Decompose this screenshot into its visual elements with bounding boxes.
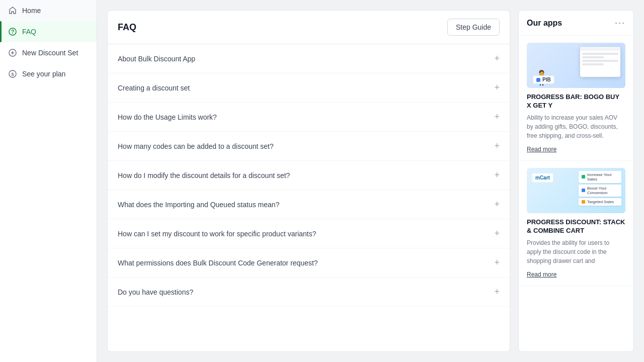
apps-header: Our apps ···	[519, 11, 633, 36]
app-card-desc-1: Ability to increase your sales AOV by ad…	[527, 113, 625, 140]
apps-title: Our apps	[527, 19, 562, 28]
read-more-link-1[interactable]: Read more	[527, 146, 556, 153]
faq-item-text: How many codes can be added to a discoun…	[118, 142, 274, 150]
dollar-circle-icon: $	[8, 69, 17, 78]
faq-item-text: About Bulk Discount App	[118, 55, 195, 63]
faq-item-text: How do I modify the discount details for…	[118, 171, 290, 179]
faq-item-text: How can I set my discount to work for sp…	[118, 230, 316, 238]
sidebar-item-faq-label: FAQ	[22, 28, 36, 36]
svg-text:?: ?	[11, 29, 14, 35]
faq-item-product-variants[interactable]: How can I set my discount to work for sp…	[108, 219, 510, 248]
app-card-multi-discount: mCart Increase Your Sales Boost Your Con…	[519, 161, 633, 286]
main-content: FAQ Step Guide About Bulk Discount App +…	[97, 0, 644, 362]
expand-icon: +	[494, 82, 500, 93]
faq-item-usage-limits[interactable]: How do the Usage Limits work? +	[108, 103, 510, 132]
faq-item-permissions[interactable]: What permissions does Bulk Discount Code…	[108, 248, 510, 278]
faq-item-creating-discount[interactable]: Creating a discount set +	[108, 73, 510, 103]
app2-card-item-3: Targeted Sales	[579, 198, 621, 206]
pib-badge: PIB	[533, 75, 554, 84]
expand-icon: +	[494, 199, 500, 210]
faq-item-modify-discount[interactable]: How do I modify the discount details for…	[108, 161, 510, 190]
sidebar-item-plan-label: See your plan	[22, 70, 65, 78]
app-image-1: 🧍 PIB	[527, 43, 625, 88]
expand-icon: +	[494, 112, 500, 122]
faq-item-text: What permissions does Bulk Discount Code…	[118, 259, 318, 267]
faq-item-text: Creating a discount set	[118, 84, 190, 92]
expand-icon: +	[494, 53, 500, 64]
expand-icon: +	[494, 257, 500, 268]
expand-icon: +	[494, 170, 500, 180]
expand-icon: +	[494, 228, 500, 239]
sidebar-item-see-your-plan[interactable]: $ See your plan	[0, 63, 97, 84]
mcart-logo: mCart	[532, 173, 553, 183]
app-card-desc-2: Provides the ability for users to apply …	[527, 238, 625, 265]
faq-item-importing-queued[interactable]: What does the Importing and Queued statu…	[108, 190, 510, 219]
sidebar-item-faq[interactable]: ? FAQ	[0, 21, 97, 42]
app2-card-item-2: Boost Your Conversion	[579, 185, 621, 197]
faq-item-text: How do the Usage Limits work?	[118, 113, 217, 121]
sidebar-item-new-discount-label: New Discount Set	[22, 49, 78, 57]
faq-icon: ?	[8, 27, 17, 36]
faq-item-text: What does the Importing and Queued statu…	[118, 201, 279, 209]
faq-item-how-many-codes[interactable]: How many codes can be added to a discoun…	[108, 132, 510, 161]
app-card-progress-bar: 🧍 PIB PROGRESS BAR: BOGO BUY X GET Y Abi…	[519, 36, 633, 161]
faq-list: About Bulk Discount App + Creating a dis…	[108, 44, 510, 351]
svg-text:$: $	[11, 72, 14, 77]
faq-item-about-bulk[interactable]: About Bulk Discount App +	[108, 44, 510, 73]
mock-browser-graphic	[580, 47, 620, 77]
app2-card-item-1: Increase Your Sales	[579, 171, 621, 183]
read-more-link-2[interactable]: Read more	[527, 271, 556, 278]
plus-circle-icon	[8, 48, 17, 57]
faq-item-questions[interactable]: Do you have questions? +	[108, 278, 510, 307]
faq-title: FAQ	[118, 22, 136, 33]
faq-item-text: Do you have questions?	[118, 288, 193, 296]
step-guide-button[interactable]: Step Guide	[447, 19, 500, 36]
faq-panel: FAQ Step Guide About Bulk Discount App +…	[107, 10, 510, 352]
home-icon	[8, 6, 17, 15]
apps-panel: Our apps ···	[518, 10, 634, 352]
faq-header: FAQ Step Guide	[108, 11, 510, 44]
apps-menu-button[interactable]: ···	[615, 18, 625, 28]
expand-icon: +	[494, 141, 500, 151]
sidebar: Home ? FAQ New Discount Set $ See you	[0, 0, 97, 362]
app2-card-items: Increase Your Sales Boost Your Conversio…	[579, 171, 621, 206]
app-card-title-1: PROGRESS BAR: BOGO BUY X GET Y	[527, 93, 625, 110]
sidebar-item-home-label: Home	[22, 7, 41, 15]
expand-icon: +	[494, 287, 500, 297]
app-card-title-2: PROGRESS DISCOUNT: STACK & COMBINE CART	[527, 218, 625, 235]
app-image-2: mCart Increase Your Sales Boost Your Con…	[527, 168, 625, 213]
sidebar-item-new-discount-set[interactable]: New Discount Set	[0, 42, 97, 63]
sidebar-item-home[interactable]: Home	[0, 0, 97, 21]
